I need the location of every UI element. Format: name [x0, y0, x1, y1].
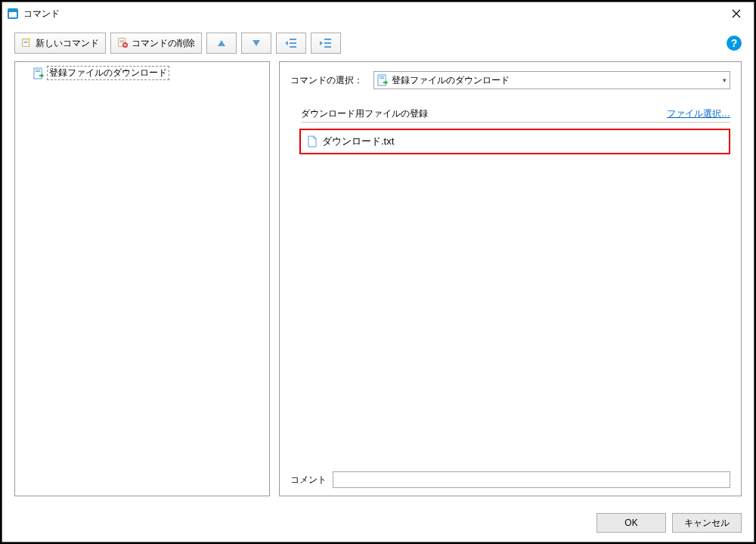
- svg-rect-22: [36, 71, 40, 72]
- tree-item[interactable]: 登録ファイルのダウンロード: [32, 65, 266, 81]
- new-command-label: 新しいコマンド: [36, 37, 99, 50]
- outdent-button[interactable]: [276, 33, 306, 54]
- outdent-icon: [285, 38, 297, 48]
- registered-file-item[interactable]: ダウンロード.txt: [299, 129, 730, 154]
- new-icon: [21, 37, 32, 49]
- file-icon: [307, 135, 318, 148]
- cancel-button[interactable]: キャンセル: [672, 513, 742, 533]
- indent-icon: [320, 38, 332, 48]
- svg-rect-24: [39, 75, 42, 76]
- command-tree-panel: 登録ファイルのダウンロード: [14, 61, 270, 496]
- ok-button[interactable]: OK: [596, 513, 666, 533]
- svg-marker-11: [253, 40, 260, 46]
- app-icon: [7, 8, 19, 20]
- document-download-icon: [377, 74, 388, 86]
- svg-rect-26: [380, 76, 384, 77]
- indent-button[interactable]: [311, 33, 341, 54]
- triangle-down-icon: [252, 39, 261, 47]
- svg-rect-29: [383, 82, 386, 83]
- comment-input[interactable]: [333, 471, 730, 488]
- detail-panel: コマンドの選択： 登録ファイルのダウンロード ▾ ダウンロード用ファイルの登録 …: [279, 61, 742, 496]
- cancel-label: キャンセル: [684, 517, 730, 530]
- svg-marker-10: [218, 40, 225, 46]
- dropdown-selected-text: 登録ファイルのダウンロード: [392, 74, 510, 87]
- dialog-window: コマンド 新しいコマンド コマンドの削除: [2, 2, 754, 542]
- section-title: ダウンロード用ファイルの登録: [301, 107, 667, 120]
- svg-marker-19: [320, 41, 323, 45]
- svg-rect-12: [290, 39, 296, 40]
- svg-rect-4: [24, 41, 28, 42]
- tree-item-label: 登録ファイルのダウンロード: [47, 66, 169, 80]
- file-register-header: ダウンロード用ファイルの登録 ファイル選択…: [301, 107, 730, 123]
- comment-row: コメント: [290, 471, 730, 488]
- command-select-row: コマンドの選択： 登録ファイルのダウンロード ▾: [290, 71, 730, 89]
- svg-rect-5: [24, 42, 28, 43]
- move-up-button[interactable]: [206, 33, 237, 54]
- svg-rect-13: [290, 42, 296, 44]
- command-select-label: コマンドの選択：: [290, 74, 366, 87]
- command-select-dropdown[interactable]: 登録ファイルのダウンロード ▾: [373, 71, 730, 89]
- delete-command-button[interactable]: コマンドの削除: [110, 33, 202, 54]
- svg-rect-8: [120, 42, 124, 42]
- svg-rect-2: [9, 10, 17, 12]
- chevron-down-icon: ▾: [723, 76, 727, 84]
- close-button[interactable]: [719, 2, 754, 25]
- delete-command-label: コマンドの削除: [132, 37, 195, 50]
- window-title: コマンド: [23, 8, 719, 20]
- ok-label: OK: [624, 518, 637, 528]
- file-name: ダウンロード.txt: [322, 135, 394, 148]
- delete-icon: [117, 37, 128, 49]
- svg-rect-18: [324, 46, 331, 48]
- triangle-up-icon: [217, 39, 226, 47]
- titlebar: コマンド: [2, 2, 754, 25]
- toolbar: 新しいコマンド コマンドの削除 ?: [2, 25, 754, 61]
- comment-label: コメント: [290, 474, 327, 486]
- help-button[interactable]: ?: [727, 36, 742, 51]
- spacer: [290, 154, 730, 464]
- dialog-footer: OK キャンセル: [2, 504, 754, 542]
- svg-rect-21: [36, 70, 40, 70]
- move-down-button[interactable]: [241, 33, 271, 54]
- new-command-button[interactable]: 新しいコマンド: [14, 33, 106, 54]
- svg-rect-17: [324, 42, 331, 44]
- svg-marker-15: [285, 41, 288, 45]
- svg-rect-27: [380, 78, 384, 79]
- svg-rect-14: [290, 46, 296, 48]
- svg-rect-7: [120, 40, 124, 41]
- document-download-icon: [33, 67, 44, 79]
- content-area: 登録ファイルのダウンロード コマンドの選択： 登録ファイルのダウンロード ▾ ダ…: [2, 61, 754, 504]
- question-icon: ?: [731, 37, 738, 49]
- file-select-link[interactable]: ファイル選択…: [667, 107, 730, 120]
- svg-rect-16: [324, 39, 331, 40]
